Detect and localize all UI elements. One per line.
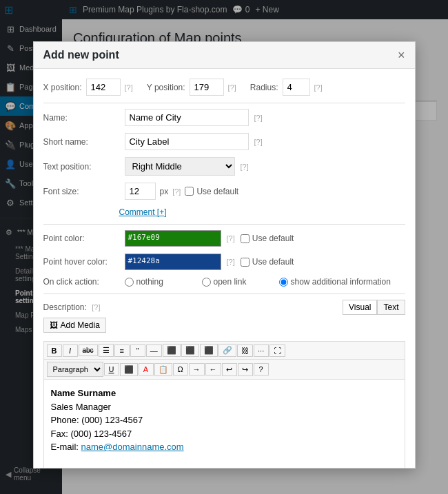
y-position-input[interactable]: [190, 79, 224, 96]
text-position-label: Text position:: [43, 162, 119, 172]
editor-email-link[interactable]: name@domainname.com: [81, 442, 184, 452]
toolbar-underline[interactable]: U: [104, 363, 119, 375]
font-use-default-label[interactable]: Use default: [185, 187, 254, 196]
short-name-label: Short name:: [43, 137, 119, 147]
modal-overlay: Add new point × X position: [?] Y positi…: [0, 0, 448, 494]
point-color-help-icon[interactable]: [?]: [227, 234, 235, 243]
toolbar-align-center[interactable]: ⬛: [181, 344, 199, 357]
hover-color-help-icon[interactable]: [?]: [227, 258, 235, 266]
add-media-icon: 🖼: [50, 320, 58, 330]
toolbar-more[interactable]: ···: [254, 344, 269, 357]
radio-open-link[interactable]: [202, 278, 211, 287]
toolbar-justify[interactable]: ⬛: [120, 363, 138, 376]
radio-show-info[interactable]: [279, 278, 288, 287]
font-size-label: Font size:: [43, 187, 119, 196]
add-media-button[interactable]: 🖼 Add Media: [43, 318, 106, 333]
short-name-row: Short name: [?]: [43, 133, 405, 150]
visual-tab-btn[interactable]: Visual: [343, 300, 377, 315]
radio-nothing-label[interactable]: nothing: [125, 277, 194, 287]
editor-content[interactable]: Name Surname Sales Manager Phone: (000) …: [44, 380, 405, 469]
hover-use-default-label[interactable]: Use default: [241, 257, 309, 267]
editor-name: Name Surname: [51, 387, 398, 400]
x-help-icon[interactable]: [?]: [125, 83, 133, 92]
text-tab-btn[interactable]: Text: [377, 300, 405, 315]
font-size-unit: px: [160, 187, 169, 196]
hover-color-swatch[interactable]: #12428a: [125, 254, 221, 270]
format-select[interactable]: Paragraph: [47, 362, 103, 377]
hover-color-hex: #12428a: [128, 256, 160, 265]
short-name-help-icon[interactable]: [?]: [254, 138, 263, 146]
position-row: X position: [?] Y position: [?] Radius: …: [43, 79, 405, 96]
editor-container: B I abc ☰ ≡ " — ⬛ ⬛ ⬛ 🔗 ⛓ ···: [43, 341, 405, 469]
toolbar-redo[interactable]: ↪: [238, 363, 253, 376]
modal-body: X position: [?] Y position: [?] Radius: …: [34, 69, 415, 469]
y-position-group: Y position: [?]: [147, 79, 236, 96]
editor-phone: Phone: (000) 123-4567: [51, 413, 398, 427]
point-color-row: Point color: #167e09 [?] Use default: [43, 230, 405, 247]
editor-title: Sales Manager: [51, 400, 398, 414]
toolbar-ul[interactable]: ☰: [99, 344, 114, 357]
toolbar-paste[interactable]: 📋: [154, 363, 172, 376]
toolbar-unlink[interactable]: ⛓: [237, 344, 253, 357]
modal-title: Add new point: [43, 49, 119, 61]
text-position-row: Text position: Right Middle Left Top Lef…: [43, 157, 405, 176]
toolbar-align-left[interactable]: ⬛: [163, 344, 181, 357]
text-pos-help-icon[interactable]: [?]: [241, 163, 249, 171]
radio-show-info-label[interactable]: show additional information: [279, 277, 391, 287]
radius-label: Radius:: [250, 83, 278, 92]
toolbar-blockquote[interactable]: ": [130, 344, 145, 357]
point-color-use-default-label[interactable]: Use default: [241, 234, 309, 243]
font-size-input[interactable]: [125, 183, 156, 200]
toolbar-italic[interactable]: I: [63, 344, 78, 357]
font-use-default-checkbox[interactable]: [185, 187, 194, 196]
desc-label: Description: [?]: [43, 302, 101, 312]
radio-nothing[interactable]: [125, 278, 134, 287]
x-position-group: X position: [?]: [43, 79, 133, 96]
name-help-icon[interactable]: [?]: [254, 114, 263, 122]
name-input[interactable]: [125, 109, 249, 126]
x-position-input[interactable]: [86, 79, 121, 96]
point-color-use-default-checkbox[interactable]: [241, 234, 250, 243]
hover-color-row: Point hover color: #12428a [?] Use defau…: [43, 254, 405, 270]
point-color-label: Point color:: [43, 234, 119, 243]
comment-link[interactable]: Comment [+]: [119, 207, 167, 217]
radio-open-link-label[interactable]: open link: [202, 277, 271, 287]
toolbar-align-right[interactable]: ⬛: [200, 344, 218, 357]
editor-email-row: E-mail: name@domainname.com: [51, 440, 398, 454]
radius-help-icon[interactable]: [?]: [314, 83, 323, 92]
name-label: Name:: [43, 113, 119, 123]
description-section: Description: [?] Visual Text 🖼 Add Media: [43, 300, 405, 469]
toolbar-color[interactable]: A: [139, 363, 154, 375]
point-color-hex: #167e09: [128, 233, 160, 242]
toolbar-outdent[interactable]: ←: [205, 363, 221, 375]
radius-group: Radius: [?]: [250, 79, 323, 96]
toolbar-omega[interactable]: Ω: [173, 363, 188, 375]
radius-input[interactable]: [283, 79, 310, 96]
point-color-swatch[interactable]: #167e09: [125, 230, 221, 247]
toolbar-undo[interactable]: ↩: [222, 363, 237, 376]
short-name-input[interactable]: [125, 133, 249, 150]
toolbar-abc[interactable]: abc: [79, 344, 98, 356]
editor-fax: Fax: (000) 123-4567: [51, 427, 398, 441]
y-help-icon[interactable]: [?]: [228, 83, 236, 92]
font-size-row: Font size: px [?] Use default: [43, 183, 405, 200]
toolbar-hr[interactable]: —: [146, 344, 162, 357]
modal-header: Add new point ×: [34, 42, 415, 69]
y-position-label: Y position:: [147, 83, 185, 92]
font-size-help-icon[interactable]: [?]: [172, 187, 181, 196]
hover-color-label: Point hover color:: [43, 257, 119, 267]
toolbar-link[interactable]: 🔗: [218, 344, 236, 357]
toolbar-fullscreen[interactable]: ⛶: [269, 344, 285, 357]
text-position-select[interactable]: Right Middle Left Top Left Middle Left B…: [125, 157, 235, 176]
toolbar-indent[interactable]: →: [189, 363, 205, 375]
onclick-radio-group: nothing open link show additional inform…: [125, 277, 391, 287]
toolbar-ol[interactable]: ≡: [114, 344, 130, 357]
onclick-row: On click action: nothing open link sh: [43, 277, 405, 287]
visual-text-tabs: Visual Text: [343, 300, 405, 315]
toolbar-bold[interactable]: B: [47, 344, 62, 357]
hover-use-default-checkbox[interactable]: [241, 258, 250, 267]
modal-close-button[interactable]: ×: [398, 49, 405, 61]
toolbar-help-editor[interactable]: ?: [254, 363, 269, 375]
onclick-label: On click action:: [43, 277, 119, 287]
x-position-label: X position:: [43, 83, 82, 92]
